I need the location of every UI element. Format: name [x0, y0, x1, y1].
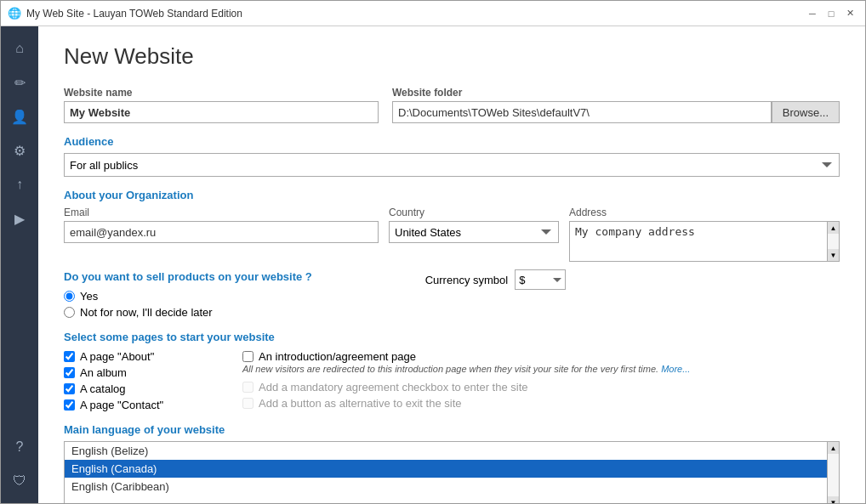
organization-title: About your Organization: [64, 189, 840, 201]
more-link[interactable]: More...: [661, 364, 690, 374]
email-input[interactable]: [64, 221, 379, 243]
intro-desc: All new visitors are redirected to this …: [242, 363, 840, 376]
address-group: Address My company address ▲ ▼: [569, 207, 840, 262]
sidebar-item-settings[interactable]: ⚙: [4, 135, 35, 166]
button-checkbox: [242, 398, 254, 409]
pages-left-col: A page "About" An album A catalog: [64, 350, 225, 411]
website-folder-label: Website folder: [392, 87, 840, 99]
sell-no-label: Not for now, I'll decide later: [80, 306, 213, 319]
email-label: Email: [64, 207, 379, 218]
mandatory-label: Add a mandatory agreement checkbox to en…: [259, 381, 528, 394]
catalog-option[interactable]: A catalog: [64, 382, 225, 395]
dialog: New Website Website name Website folder …: [38, 26, 865, 503]
sell-no-option[interactable]: Not for now, I'll decide later: [64, 306, 213, 319]
currency-select[interactable]: $ € £ ¥: [515, 269, 566, 290]
main-panel: New Website Website name Website folder …: [38, 26, 865, 503]
email-group: Email: [64, 207, 379, 243]
language-item-caribbean[interactable]: English (Caribbean): [65, 478, 839, 496]
name-folder-row: Website name Website folder Browse...: [64, 87, 840, 123]
intro-page-option[interactable]: An introduction/agreement page: [242, 350, 840, 363]
button-label: Add a button as alternative to exit the …: [259, 397, 461, 410]
button-checkbox-item: Add a button as alternative to exit the …: [242, 397, 840, 410]
about-page-label: A page "About": [80, 350, 154, 363]
country-group: Country United States United Kingdom Can…: [389, 207, 559, 243]
intro-page-label: An introduction/agreement page: [259, 350, 416, 363]
app-icon: 🌐: [8, 7, 21, 20]
sidebar-item-shield[interactable]: 🛡: [4, 466, 35, 496]
audience-select[interactable]: For all publics Adults only Children: [64, 153, 840, 177]
website-name-group: Website name: [64, 87, 379, 123]
address-field-wrapper: My company address ▲ ▼: [569, 221, 840, 262]
website-folder-input[interactable]: [392, 101, 772, 123]
mandatory-checkbox-item: Add a mandatory agreement checkbox to en…: [242, 381, 840, 394]
mandatory-checkbox: [242, 382, 254, 393]
language-listbox[interactable]: English (Belize) English (Canada) Englis…: [65, 442, 839, 503]
currency-row: Currency symbol $ € £ ¥: [425, 269, 567, 290]
album-label: An album: [80, 366, 127, 379]
sell-section: Do you want to sell products on your web…: [64, 270, 840, 319]
language-listbox-wrapper: English (Belize) English (Canada) Englis…: [64, 441, 840, 503]
pages-grid: A page "About" An album A catalog: [64, 350, 840, 411]
sidebar-item-user[interactable]: 👤: [4, 101, 35, 132]
maximize-button[interactable]: □: [823, 5, 840, 22]
pages-section: Select some pages to start your website …: [64, 331, 840, 411]
scroll-down-button[interactable]: ▼: [828, 249, 839, 261]
sidebar-item-home[interactable]: ⌂: [4, 33, 35, 64]
language-section: Main language of your website English (B…: [64, 423, 840, 503]
sell-yes-radio[interactable]: [64, 291, 75, 302]
country-select[interactable]: United States United Kingdom Canada Fran…: [389, 221, 559, 243]
minimize-button[interactable]: ─: [804, 5, 821, 22]
language-scrollbar: ▲ ▼: [827, 442, 839, 503]
window-controls: ─ □ ✕: [804, 5, 858, 22]
address-scrollbar: ▲ ▼: [828, 221, 840, 262]
album-checkbox[interactable]: [64, 367, 75, 378]
language-item-belize[interactable]: English (Belize): [65, 442, 839, 460]
audience-select-wrapper: For all publics Adults only Children: [64, 153, 840, 177]
country-label: Country: [389, 207, 559, 218]
pages-right-col: An introduction/agreement page All new v…: [242, 350, 840, 411]
album-option[interactable]: An album: [64, 366, 225, 379]
address-label: Address: [569, 207, 840, 218]
scroll-up-button[interactable]: ▲: [828, 222, 839, 234]
sidebar-item-upload[interactable]: ↑: [4, 169, 35, 200]
browse-button[interactable]: Browse...: [772, 101, 840, 123]
pages-title: Select some pages to start your website: [64, 331, 840, 343]
lang-scroll-down-button[interactable]: ▼: [828, 496, 839, 503]
currency-label: Currency symbol: [425, 274, 509, 286]
contact-option[interactable]: A page "Contact": [64, 399, 225, 411]
address-textarea[interactable]: My company address: [569, 221, 828, 262]
about-page-option[interactable]: A page "About": [64, 350, 225, 363]
sell-no-radio[interactable]: [64, 307, 75, 318]
website-folder-group: Website folder Browse...: [392, 87, 840, 123]
close-button[interactable]: ✕: [841, 5, 858, 22]
sell-yes-option[interactable]: Yes: [64, 290, 213, 303]
language-item-canada[interactable]: English (Canada): [65, 460, 839, 478]
catalog-label: A catalog: [80, 382, 126, 395]
title-bar-text: My Web Site - Lauyan TOWeb Standard Edit…: [26, 8, 804, 20]
lang-scroll-track: [828, 454, 839, 496]
audience-section: Audience For all publics Adults only Chi…: [64, 135, 840, 177]
language-title: Main language of your website: [64, 423, 840, 436]
org-fields-row: Email Country United States United Kingd…: [64, 207, 840, 262]
page-title: New Website: [64, 43, 840, 70]
scroll-track: [828, 234, 839, 249]
sell-content: Yes Not for now, I'll decide later Curre…: [64, 290, 840, 319]
audience-label: Audience: [64, 135, 840, 148]
sell-yes-label: Yes: [80, 290, 98, 303]
sidebar-item-play[interactable]: ▶: [4, 203, 35, 234]
sidebar-item-help[interactable]: ?: [4, 432, 35, 462]
organization-section: About your Organization Email Country Un…: [64, 189, 840, 262]
sidebar-item-edit[interactable]: ✏: [4, 67, 35, 98]
about-page-checkbox[interactable]: [64, 351, 75, 362]
catalog-checkbox[interactable]: [64, 383, 75, 394]
website-name-input[interactable]: [64, 101, 379, 123]
folder-input-row: Browse...: [392, 101, 840, 123]
lang-scroll-up-button[interactable]: ▲: [828, 442, 839, 454]
website-name-label: Website name: [64, 87, 379, 99]
title-bar: 🌐 My Web Site - Lauyan TOWeb Standard Ed…: [1, 1, 865, 26]
intro-page-checkbox[interactable]: [242, 351, 254, 362]
contact-label: A page "Contact": [80, 399, 163, 411]
sidebar: ⌂ ✏ 👤 ⚙ ↑ ▶ ? 🛡: [1, 26, 38, 503]
sell-radio-group: Yes Not for now, I'll decide later: [64, 290, 213, 319]
contact-checkbox[interactable]: [64, 399, 75, 411]
